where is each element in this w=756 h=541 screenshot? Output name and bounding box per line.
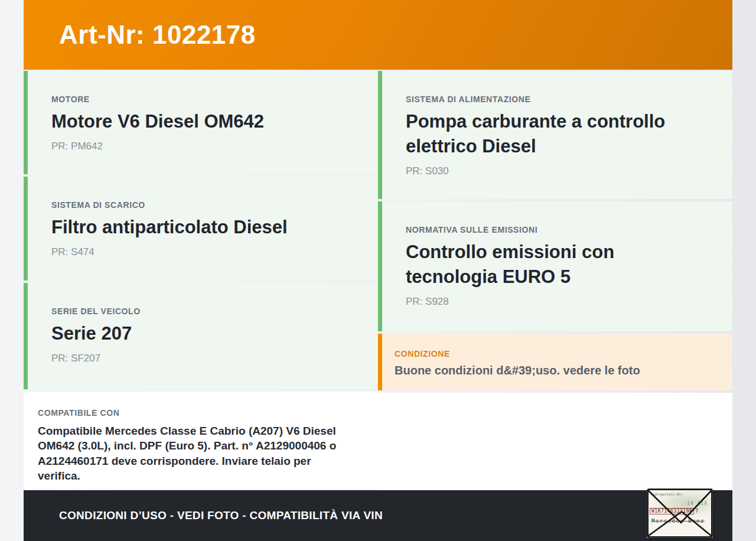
spec-label: NORMATIVA SULLE EMISSIONI	[406, 225, 709, 234]
spec-label: MOTORE	[51, 94, 354, 104]
vin-document-image: Fahrgestell-Nr. 14 AIA W1K71463J31987 Me…	[647, 488, 713, 538]
spec-card-scarico: SISTEMA DI SCARICO Filtro antiparticolat…	[24, 177, 378, 281]
spec-label: SISTEMA DI ALIMENTAZIONE	[406, 94, 709, 104]
spec-pr-code: PR: S474	[51, 246, 354, 258]
left-column: MOTORE Motore V6 Diesel OM642 PR: PM642 …	[24, 71, 378, 490]
spec-card-alimentazione: SISTEMA DI ALIMENTAZIONE Pompa carburant…	[378, 71, 732, 199]
spec-title: Controllo emissioni con tecnologia EURO …	[406, 240, 709, 289]
condition-text: Buone condizioni d&#39;uso. vedere le fo…	[395, 364, 709, 377]
footer-text: CONDIZIONI D’USO - VEDI FOTO - COMPATIBI…	[59, 509, 383, 522]
spec-pr-code: PR: PM642	[51, 141, 354, 152]
spec-card-emissioni: NORMATIVA SULLE EMISSIONI Controllo emis…	[378, 201, 732, 331]
condition-card: CONDIZIONE Buone condizioni d&#39;uso. v…	[378, 334, 732, 390]
empty-panel	[378, 393, 732, 490]
compatibility-text: Compatibile Mercedes Classe E Cabrio (A2…	[38, 423, 354, 484]
envelope-icon	[647, 488, 713, 538]
spec-title: Motore V6 Diesel OM642	[51, 109, 354, 134]
spec-pr-code: PR: S928	[406, 296, 709, 308]
header: Art-Nr: 1022178	[24, 0, 732, 70]
content-frame: Art-Nr: 1022178 MOTORE Motore V6 Diesel …	[24, 0, 732, 541]
spec-title: Pompa carburante a controllo elettrico D…	[406, 109, 709, 159]
product-page: Art-Nr: 1022178 MOTORE Motore V6 Diesel …	[0, 0, 756, 541]
spec-pr-code: PR: SF207	[51, 353, 354, 364]
spec-card-serie: SERIE DEL VEICOLO Serie 207 PR: SF207	[24, 283, 378, 389]
spec-title: Serie 207	[51, 321, 354, 346]
spec-card-motore: MOTORE Motore V6 Diesel OM642 PR: PM642	[24, 71, 378, 174]
spec-label: SISTEMA DI SCARICO	[51, 200, 354, 210]
footer: CONDIZIONI D’USO - VEDI FOTO - COMPATIBI…	[24, 490, 732, 541]
page-title: Art-Nr: 1022178	[59, 20, 256, 50]
spec-columns: MOTORE Motore V6 Diesel OM642 PR: PM642 …	[24, 70, 732, 490]
condition-label: CONDIZIONE	[395, 349, 709, 359]
compatibility-card: COMPATIBILE CON Compatibile Mercedes Cla…	[24, 392, 378, 489]
spec-label: SERIE DEL VEICOLO	[51, 307, 354, 316]
spec-title: Filtro antiparticolato Diesel	[51, 215, 354, 240]
compatibility-label: COMPATIBILE CON	[38, 408, 354, 418]
right-column: SISTEMA DI ALIMENTAZIONE Pompa carburant…	[378, 71, 732, 490]
spec-pr-code: PR: S030	[406, 165, 709, 177]
